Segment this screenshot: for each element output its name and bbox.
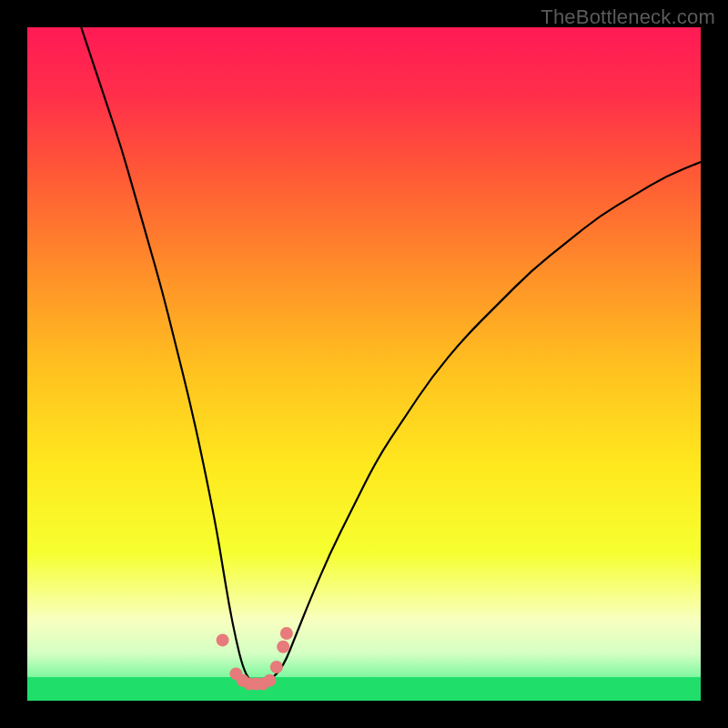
curve-marker: [270, 661, 283, 673]
curve-marker: [277, 641, 289, 653]
green-band: [27, 677, 701, 701]
curve-marker: [217, 633, 229, 646]
plot-area: [27, 27, 701, 701]
curve-marker: [280, 627, 293, 640]
curve-marker: [263, 674, 276, 687]
chart-container: TheBottleneck.com: [0, 0, 728, 728]
chart-svg: [27, 27, 701, 701]
watermark-text: TheBottleneck.com: [541, 5, 715, 29]
gradient-background: [27, 27, 701, 701]
